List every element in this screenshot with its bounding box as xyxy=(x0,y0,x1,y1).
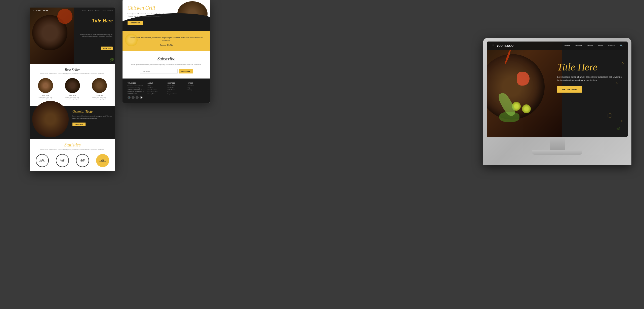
subscribe-desc: Lorem ipsum dolor sit amet, consectetur … xyxy=(128,64,205,66)
monitor-hero-content: Title Here Lorem ipsum dolor sit amet, c… xyxy=(557,62,623,93)
monitor-stand-base xyxy=(532,150,582,155)
bs-item-title-3: Title Here xyxy=(89,94,109,96)
monitor-search-icon[interactable]: 🔍 xyxy=(620,45,623,47)
instagram-icon[interactable]: 📷 xyxy=(128,96,131,99)
footer-link[interactable]: How to Order xyxy=(168,85,185,87)
footer-link[interactable]: Privacy xyxy=(188,89,205,91)
left-nav-about[interactable]: About xyxy=(102,10,106,12)
left-bestseller: Best Seller Lorem ipsum dolor sit amet, … xyxy=(30,64,115,106)
left-hero-decorations: 🌿 xyxy=(110,58,114,62)
footer-link[interactable]: Privacy Policy xyxy=(148,93,165,95)
mid-subscribe: Subscribe Lorem ipsum dolor sit amet, co… xyxy=(123,51,210,79)
mid-footer: TITLE HERE Lorem ipsum dolor sit amet, c… xyxy=(123,79,210,103)
mid-hero: Chicken Grill Lorem ipsum dolor sit amet… xyxy=(123,0,210,31)
deco-mid-right: ⊙ xyxy=(616,82,618,85)
left-hero: 🍴 YOUR LOGO Home Product Promo About Con… xyxy=(30,8,115,64)
oriental-btn[interactable]: ORDER NOW xyxy=(72,123,86,126)
left-logo: 🍴 YOUR LOGO xyxy=(32,10,48,12)
monitor-logo: 🍴 YOUR LOGO xyxy=(492,44,513,47)
subscribe-button[interactable]: SUBSCRIBE xyxy=(179,69,193,73)
right-mockup: 🍴 YOUR LOGO Home Product Promo About Con… xyxy=(483,38,631,165)
left-hero-desc: Lorem ipsum dolor sit amet, consectetur … xyxy=(75,34,113,38)
monitor-hero-food xyxy=(487,42,562,137)
left-statistics: Statistics Lorem ipsum dolor sit amet, c… xyxy=(30,139,115,171)
mid-hero-btn[interactable]: ORDER NOW xyxy=(128,21,143,25)
footer-col-other: OTHER Contact Us Help Privacy xyxy=(188,82,205,99)
footer-link[interactable]: Promo xyxy=(168,91,185,93)
left-nav-home[interactable]: Home xyxy=(82,10,86,12)
deco-garlic: ⬡ xyxy=(607,112,613,119)
monitor-screen: 🍴 YOUR LOGO Home Product Promo About Con… xyxy=(487,42,628,137)
left-nav-product[interactable]: Product xyxy=(88,10,93,12)
stat-chef: 100 CHEF xyxy=(56,154,69,167)
monitor-nav-about[interactable]: About xyxy=(598,45,603,47)
mid-hero-desc: Lorem ipsum dolor sit amet, consectetur … xyxy=(128,13,165,17)
left-mockup: 🍴 YOUR LOGO Home Product Promo About Con… xyxy=(30,8,115,171)
food-image-3 xyxy=(92,78,107,93)
footer-link[interactable]: Terms & Condition xyxy=(148,91,165,93)
left-nav-promo[interactable]: Promo xyxy=(95,10,100,12)
mid-testimonial: Lorem ipsum dolor sit amet, consectetur … xyxy=(123,31,210,51)
left-bs-desc: Lorem ipsum dolor sit amet, consectetur … xyxy=(32,73,113,75)
subscribe-email-input[interactable] xyxy=(140,69,178,73)
food-image-2 xyxy=(65,78,80,93)
left-hero-title: Title Here xyxy=(92,18,113,24)
stat-country: 30 COUNTRY xyxy=(96,154,109,167)
left-hero-btn[interactable]: ORDER NOW xyxy=(101,47,113,50)
pepper-decoration xyxy=(517,72,530,86)
testimonial-text: Lorem ipsum dolor sit amet, consectetur … xyxy=(128,36,205,42)
footer-col-about-links: ABOUT History Our Team Brand Guidelines … xyxy=(148,82,165,99)
monitor-hero-desc: Lorem ipsum dolor sit amet, consectetur … xyxy=(557,75,623,83)
stats-title: Statistics xyxy=(32,142,113,148)
footer-col-desc-1: Lorem ipsum dolor sit amet, consectetur … xyxy=(128,85,145,95)
left-nav-contact[interactable]: Contact xyxy=(107,10,113,12)
bs-item-desc-3: Lorem ipsum dolor sit amet, consectetur … xyxy=(89,97,109,100)
deco-dot: ⊕ xyxy=(621,120,623,122)
monitor-nav-links: Home Product Promo About Contact 🔍 xyxy=(565,45,623,47)
monitor-hero-btn[interactable]: ORDER NOW xyxy=(557,86,582,93)
monitor-nav-home[interactable]: Home xyxy=(565,45,570,47)
deco-leaf: 🌿 xyxy=(616,127,620,131)
left-bs-items: Title Here Lorem ipsum dolor sit amet, c… xyxy=(32,78,113,100)
footer-link[interactable]: Contact Us xyxy=(188,85,205,87)
oriental-title: Oriental Taste xyxy=(72,110,113,114)
twitter-icon[interactable]: t xyxy=(136,96,139,99)
lime-decoration-2 xyxy=(522,104,531,113)
monitor-nav-contact[interactable]: Contact xyxy=(608,45,615,47)
list-item: Title Here Lorem ipsum dolor sit amet, c… xyxy=(62,78,83,100)
list-item: Title Here Lorem ipsum dolor sit amet, c… xyxy=(35,78,56,100)
footer-col-title-1: TITLE HERE xyxy=(128,82,145,84)
oriental-desc: Lorem ipsum dolor sit amet, consectetur … xyxy=(72,115,113,119)
footer-col-title-3: SERVICES xyxy=(168,82,185,84)
facebook-icon[interactable]: f xyxy=(132,96,135,99)
footer-link[interactable]: Brand Guidelines xyxy=(148,89,165,91)
stat-outlets: 123 OUTLETS xyxy=(36,154,49,167)
youtube-icon[interactable]: ▶ xyxy=(140,96,143,99)
food-image-1 xyxy=(38,78,53,93)
left-nav: 🍴 YOUR LOGO Home Product Promo About Con… xyxy=(30,10,115,12)
oriental-food-image xyxy=(32,101,69,137)
stat-menu: 300 MENU xyxy=(76,154,89,167)
social-icons: 📷 f t ▶ xyxy=(128,96,145,99)
monitor-stand-neck xyxy=(550,137,565,150)
left-oriental: Oriental Taste Lorem ipsum dolor sit ame… xyxy=(30,106,115,139)
herbs-decoration xyxy=(499,112,519,122)
footer-link[interactable]: Payment Method xyxy=(168,93,185,95)
lime-decoration xyxy=(512,102,521,111)
logo-fork-icon: 🍴 xyxy=(32,10,35,12)
bs-item-title-2: Title Here xyxy=(62,94,83,96)
footer-link[interactable]: Our Team xyxy=(148,87,165,89)
stats-desc: Lorem ipsum dolor sit amet, consectetur … xyxy=(32,149,113,151)
list-item: Title Here Lorem ipsum dolor sit amet, c… xyxy=(89,78,109,100)
deco-top-right: ✿ xyxy=(621,62,624,65)
bs-item-desc-2: Lorem ipsum dolor sit amet, consectetur … xyxy=(62,97,83,100)
monitor-nav-product[interactable]: Product xyxy=(575,45,582,47)
footer-link[interactable]: History xyxy=(148,85,165,87)
footer-col-services: SERVICES How to Order Our Product Order … xyxy=(168,82,185,99)
monitor-nav-promo[interactable]: Promo xyxy=(587,45,593,47)
footer-link[interactable]: Order Status xyxy=(168,89,185,91)
footer-link[interactable]: Our Product xyxy=(168,87,185,89)
footer-link[interactable]: Help xyxy=(188,87,205,89)
footer-col-title-2: ABOUT xyxy=(148,82,165,84)
chili-icon xyxy=(504,49,511,64)
